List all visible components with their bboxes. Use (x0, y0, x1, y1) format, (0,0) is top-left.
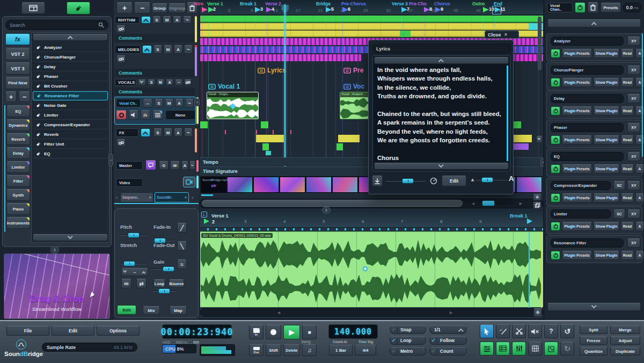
fx-name-field[interactable]: Analyzer (551, 37, 624, 46)
plugin-item-analyzer[interactable]: Analyzer (33, 43, 108, 52)
split-button[interactable]: Split (580, 325, 608, 334)
fx-name-field[interactable]: Compressor/Expander (551, 181, 611, 190)
windows-overlap-button[interactable] (533, 202, 541, 209)
zoom-out-arrow[interactable]: ◄ (471, 201, 475, 206)
time-sig-value[interactable]: 4/4 (355, 345, 376, 355)
file-menu[interactable]: File (6, 326, 49, 336)
editor-splitter-handle[interactable]: ⇕ (322, 207, 331, 214)
remove-track-button[interactable]: − (134, 2, 150, 13)
tab-mix[interactable]: Mix (143, 306, 160, 315)
bounce-button[interactable]: Bounce (169, 279, 184, 288)
tabs-scroll-right[interactable]: › (190, 193, 195, 202)
lyrics-edit-button[interactable]: Edit (442, 176, 466, 186)
zoom-in-arrow[interactable]: ► (518, 201, 523, 206)
tempo-display[interactable]: 140.000 (328, 324, 378, 339)
read-button[interactable]: Read (621, 135, 634, 144)
category-eq[interactable]: EQ (6, 105, 30, 117)
fx-name-field[interactable]: Resonance Filter (551, 238, 624, 248)
grid-select[interactable]: 1/1 (429, 325, 467, 334)
plugin-list-scroll-down[interactable] (33, 234, 108, 241)
track-name-video[interactable]: Video (116, 178, 143, 187)
category-reverb[interactable]: Reverb (6, 133, 30, 145)
doc-tab-sequence[interactable]: Sequenc..× (120, 192, 153, 202)
playhead-line[interactable] (284, 4, 286, 175)
tick-clip[interactable] (225, 130, 226, 134)
fx-name-field[interactable]: Limiter (551, 209, 611, 219)
vscroll-down-button[interactable] (536, 136, 543, 143)
tab-vst3[interactable]: VST 3 (5, 62, 30, 75)
lyrics-scroll-up[interactable] (374, 57, 509, 64)
plugin-presets-button[interactable]: Plugin Presets (562, 164, 592, 173)
plugin-item-noise-gate[interactable]: Noise Gate (33, 101, 108, 110)
mute-vocals[interactable]: M (157, 79, 164, 85)
find-new-button[interactable]: Find New (5, 77, 30, 89)
show-plugin-button[interactable]: Show Plugin (594, 164, 619, 173)
automation-fx[interactable]: ~ (184, 128, 193, 137)
fade-in-curve-button[interactable]: ╱ (177, 223, 187, 233)
shift-button[interactable]: Shift (266, 344, 281, 356)
fx-name-field[interactable]: Chorus/Flanger (551, 66, 624, 75)
delete-button[interactable]: Delete (283, 344, 300, 356)
help-tool[interactable]: ? (544, 324, 558, 338)
comment-label-voc[interactable]: Voc (343, 83, 364, 90)
panel-splitter-handle[interactable]: ‹› (194, 98, 200, 106)
plugin-presets-button[interactable]: Plugin Presets (562, 135, 592, 144)
pads-button[interactable] (528, 342, 542, 355)
follow-toggle[interactable]: ✓Follow (429, 336, 467, 345)
channel-name[interactable]: Vocal Chan.. (547, 3, 573, 12)
xy-button[interactable]: XY (627, 152, 640, 161)
edit-menu[interactable]: Edit (52, 326, 94, 336)
arm-vocal-ch[interactable]: A (175, 99, 184, 107)
cut-tool[interactable] (512, 324, 526, 338)
solo-rhythm[interactable]: S (152, 16, 161, 24)
link-fx[interactable] (116, 139, 126, 147)
draw-tool[interactable] (496, 324, 510, 338)
punch-in-button[interactable]: In (249, 325, 264, 339)
fade-out-slider[interactable] (152, 266, 175, 272)
midi-clip[interactable] (261, 121, 268, 128)
comment-label-pre[interactable]: Pre (343, 67, 363, 74)
video-thumbnail[interactable] (332, 177, 358, 193)
arm-fx[interactable]: A (174, 128, 182, 137)
punch-out-button[interactable]: Out (249, 344, 264, 356)
track-name-fx[interactable]: FX (116, 128, 138, 137)
automation-a-button[interactable]: A (635, 193, 644, 202)
fx-slot-phaser[interactable]: Phaser XY Plugin Presets Show Plugin Rea… (546, 120, 642, 148)
wave-ruler[interactable] (200, 210, 543, 228)
plugin-item-resonance-filter[interactable]: Resonance Filter (33, 91, 108, 100)
strip-scroll-up[interactable] (547, 19, 641, 27)
midi-clip[interactable] (200, 121, 208, 128)
fx-slot-compressor-expander[interactable]: Compressor/Expander SC XY Plugin Presets… (546, 178, 642, 206)
arrangement-vscroll-thumb[interactable] (538, 17, 541, 70)
wave-scroll-right[interactable]: ► (449, 310, 453, 315)
fx-power-button[interactable] (551, 251, 560, 260)
mixer-button[interactable] (512, 342, 526, 355)
mute-vocal-ch[interactable]: M (165, 99, 173, 107)
yellow-clip[interactable] (514, 135, 532, 142)
mute-melodies[interactable]: M (164, 45, 172, 54)
automation-melodies[interactable]: ~ (184, 45, 193, 54)
comment-label-vocal1[interactable]: Vocal 1 (208, 83, 240, 90)
loop-badge[interactable]: L (201, 212, 207, 217)
plugin-presets-button[interactable]: Plugin Presets (562, 106, 592, 115)
fx-power-button[interactable] (551, 78, 560, 87)
close-tab-icon[interactable]: × (185, 195, 187, 199)
transpose-stepper[interactable]: -- (121, 268, 148, 276)
track-name-vocals[interactable]: VOCALS (115, 79, 136, 86)
clip-row-green[interactable] (200, 16, 543, 23)
video-thumbnail[interactable] (516, 177, 542, 193)
plugin-browser-button[interactable] (67, 2, 90, 14)
link-vocals[interactable] (184, 79, 192, 85)
fx-power-button[interactable] (551, 135, 560, 144)
video-thumbnail[interactable] (306, 177, 332, 193)
fx-name-field[interactable]: Phaser (551, 123, 624, 132)
fx-name-field[interactable]: EQ (551, 152, 624, 161)
tick-clip[interactable] (290, 130, 291, 134)
video-thumbnail[interactable]: SoundBridge.mp4▮�΄ (201, 177, 226, 193)
collapse-fx-button[interactable] (141, 128, 150, 137)
browser-splitter-handle[interactable]: ⇕ (50, 246, 59, 253)
automation-a-button[interactable]: A (635, 251, 644, 260)
adjust-button[interactable]: Adjust (610, 336, 640, 345)
wave-clip[interactable]: SG Vocal & Drums_240911-100013_00.wav (200, 231, 543, 307)
select-tool[interactable] (480, 324, 494, 338)
